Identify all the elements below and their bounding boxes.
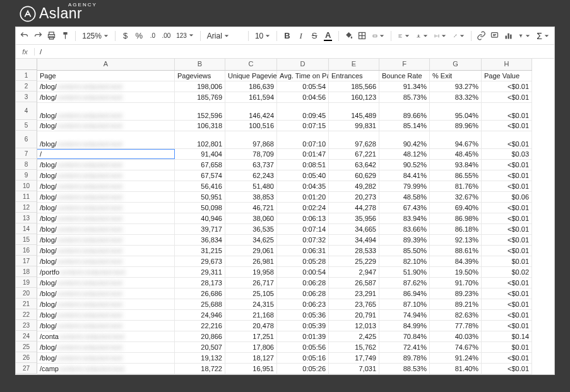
- row-number[interactable]: 1: [16, 70, 37, 81]
- row-number[interactable]: 25: [16, 342, 37, 352]
- cell[interactable]: 93.84%: [430, 160, 482, 170]
- cell[interactable]: /blog/ content-redacted-text: [37, 235, 175, 245]
- header-cell[interactable]: Entrances: [329, 71, 379, 81]
- cell[interactable]: 90.52%: [379, 160, 430, 170]
- row-number[interactable]: 17: [16, 256, 37, 266]
- cell[interactable]: 89.66%: [379, 103, 430, 120]
- cell[interactable]: 17,749: [329, 353, 379, 363]
- cell[interactable]: 84.41%: [379, 170, 430, 181]
- fontsize-dropdown[interactable]: 10: [252, 32, 273, 40]
- cell[interactable]: 88.53%: [379, 364, 430, 374]
- cell[interactable]: 90.42%: [379, 131, 430, 148]
- cell[interactable]: /blog/ content-redacted-text: [37, 170, 175, 181]
- cell[interactable]: 84.39%: [430, 256, 482, 266]
- cell[interactable]: $0.02: [482, 267, 532, 277]
- cell[interactable]: <$0.01: [482, 321, 532, 331]
- table-row[interactable]: /blog/ content-redacted-text29,67326,981…: [37, 256, 532, 267]
- cell[interactable]: /blog/ content-redacted-text: [37, 256, 175, 266]
- cell[interactable]: 91,404: [175, 149, 225, 159]
- table-row[interactable]: /blog/ content-redacted-text26,68625,105…: [37, 288, 532, 299]
- cell[interactable]: 97,628: [329, 131, 379, 148]
- row-number[interactable]: 23: [16, 320, 37, 331]
- cell[interactable]: <$0.01: [482, 299, 532, 309]
- table-row[interactable]: /blog/ content-redacted-text31,21529,061…: [37, 246, 532, 256]
- cell[interactable]: 77.78%: [430, 321, 482, 331]
- decrease-decimal-icon[interactable]: .0: [146, 30, 159, 42]
- cell[interactable]: 89.39%: [379, 235, 430, 245]
- valign-dropdown[interactable]: [413, 32, 430, 40]
- row-number[interactable]: 4: [16, 102, 37, 120]
- cell[interactable]: 89.23%: [430, 288, 482, 299]
- cell[interactable]: /blog/ content-redacted-text: [37, 181, 175, 191]
- fx-content[interactable]: /: [35, 48, 42, 56]
- table-row[interactable]: /blog/ content-redacted-text50,09846,721…: [37, 203, 532, 213]
- cell[interactable]: 0:06:31: [277, 246, 329, 256]
- cell[interactable]: /blog/ content-redacted-text: [37, 342, 175, 352]
- cell[interactable]: 87.10%: [379, 299, 430, 309]
- table-row[interactable]: /blog/ content-redacted-text106,318100,5…: [37, 121, 532, 131]
- cell[interactable]: /blog/ content-redacted-text: [37, 192, 175, 202]
- cell[interactable]: 72.41%: [379, 342, 430, 352]
- cell[interactable]: 0:06:28: [277, 278, 329, 288]
- table-row[interactable]: /blog/ content-redacted-text28,17326,717…: [37, 278, 532, 288]
- cell[interactable]: 20,866: [175, 331, 225, 342]
- cell[interactable]: <$0.01: [482, 81, 532, 92]
- header-cell[interactable]: Page: [37, 71, 175, 81]
- cell[interactable]: <$0.01: [482, 103, 532, 120]
- column-header[interactable]: F: [379, 59, 430, 70]
- cell[interactable]: 0:06:13: [277, 213, 329, 223]
- cell[interactable]: 99,831: [329, 121, 379, 131]
- cell[interactable]: 102,801: [175, 131, 225, 148]
- cell[interactable]: /: [37, 149, 175, 159]
- cell[interactable]: 63,642: [329, 160, 379, 170]
- cell[interactable]: 26,587: [329, 278, 379, 288]
- cell[interactable]: 51,480: [225, 181, 277, 191]
- table-row[interactable]: /camp content-redacted-text18,72216,9510…: [37, 364, 532, 374]
- cell[interactable]: 50,098: [175, 203, 225, 213]
- cell[interactable]: 29,311: [175, 267, 225, 277]
- cell[interactable]: 25,105: [225, 288, 277, 299]
- cell[interactable]: 86.18%: [430, 224, 482, 234]
- cell[interactable]: <$0.01: [482, 170, 532, 181]
- cell[interactable]: 97,868: [225, 131, 277, 148]
- cell[interactable]: 0:06:23: [277, 299, 329, 309]
- cell[interactable]: 23,765: [329, 299, 379, 309]
- cell[interactable]: 89.78%: [379, 353, 430, 363]
- table-row[interactable]: /portfo content-redacted-text29,31119,95…: [37, 267, 532, 278]
- row-number[interactable]: 13: [16, 213, 37, 223]
- cell[interactable]: 82.10%: [379, 256, 430, 266]
- cell[interactable]: <$0.01: [482, 235, 532, 245]
- text-color-icon[interactable]: A: [322, 30, 335, 42]
- table-row[interactable]: /blog/ content-redacted-text56,41651,480…: [37, 181, 532, 192]
- cell[interactable]: 48.58%: [379, 192, 430, 202]
- cell[interactable]: /blog/ content-redacted-text: [37, 213, 175, 223]
- table-row[interactable]: /blog/ content-redacted-text102,80197,86…: [37, 131, 532, 149]
- cell[interactable]: 186,639: [225, 81, 277, 92]
- cell[interactable]: <$0.01: [482, 213, 532, 223]
- cell[interactable]: 91.34%: [379, 81, 430, 92]
- percent-icon[interactable]: %: [133, 30, 145, 42]
- cell[interactable]: 87.62%: [379, 278, 430, 288]
- table-row[interactable]: /blog/ content-redacted-text20,50717,806…: [37, 342, 532, 353]
- cell[interactable]: /camp content-redacted-text: [37, 364, 175, 374]
- redo-icon[interactable]: [32, 30, 45, 42]
- cell[interactable]: 34,625: [225, 235, 277, 245]
- cell[interactable]: 25,229: [329, 256, 379, 266]
- row-number[interactable]: 18: [16, 266, 37, 277]
- row-number[interactable]: 14: [16, 223, 37, 234]
- cell[interactable]: 39,717: [175, 224, 225, 234]
- cell[interactable]: 92.13%: [430, 235, 482, 245]
- cell[interactable]: 106,318: [175, 121, 225, 131]
- paint-icon[interactable]: [59, 30, 72, 42]
- cell[interactable]: 19,132: [175, 353, 225, 363]
- cell[interactable]: 23,291: [329, 288, 379, 299]
- table-row[interactable]: /blog/ content-redacted-text22,21620,478…: [37, 321, 532, 331]
- cell[interactable]: 26,717: [225, 278, 277, 288]
- cell[interactable]: 185,566: [329, 81, 379, 92]
- cell[interactable]: /blog/ content-redacted-text: [37, 131, 175, 148]
- cell[interactable]: 185,769: [175, 92, 225, 102]
- row-number[interactable]: 24: [16, 331, 37, 342]
- cell[interactable]: <$0.01: [482, 92, 532, 102]
- row-number[interactable]: 16: [16, 245, 37, 256]
- cell[interactable]: $0.01: [482, 256, 532, 266]
